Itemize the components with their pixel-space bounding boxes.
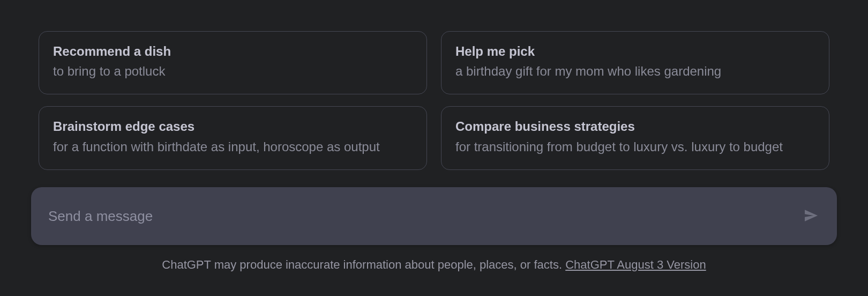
suggestion-title: Help me pick [455, 43, 815, 60]
suggestion-card-compare-strategies[interactable]: Compare business strategies for transiti… [441, 106, 829, 170]
suggestion-grid: Recommend a dish to bring to a potluck H… [31, 31, 837, 171]
suggestion-title: Brainstorm edge cases [53, 118, 413, 135]
suggestion-card-brainstorm-edge[interactable]: Brainstorm edge cases for a function wit… [39, 106, 427, 170]
suggestion-subtitle: for transitioning from budget to luxury … [455, 137, 815, 157]
suggestion-subtitle: for a function with birthdate as input, … [53, 137, 413, 157]
suggestion-title: Recommend a dish [53, 43, 413, 60]
send-icon [803, 207, 820, 226]
disclaimer-text: ChatGPT may produce inaccurate informati… [162, 258, 565, 271]
message-input[interactable] [48, 208, 799, 225]
version-link[interactable]: ChatGPT August 3 Version [565, 258, 706, 271]
footer-disclaimer: ChatGPT may produce inaccurate informati… [31, 257, 837, 273]
suggestion-subtitle: to bring to a potluck [53, 61, 413, 82]
suggestion-card-help-pick[interactable]: Help me pick a birthday gift for my mom … [441, 31, 829, 95]
message-input-bar [31, 187, 837, 245]
suggestion-subtitle: a birthday gift for my mom who likes gar… [455, 61, 815, 82]
suggestion-card-recommend-dish[interactable]: Recommend a dish to bring to a potluck [39, 31, 427, 95]
send-button[interactable] [799, 204, 823, 228]
suggestion-title: Compare business strategies [455, 118, 815, 135]
